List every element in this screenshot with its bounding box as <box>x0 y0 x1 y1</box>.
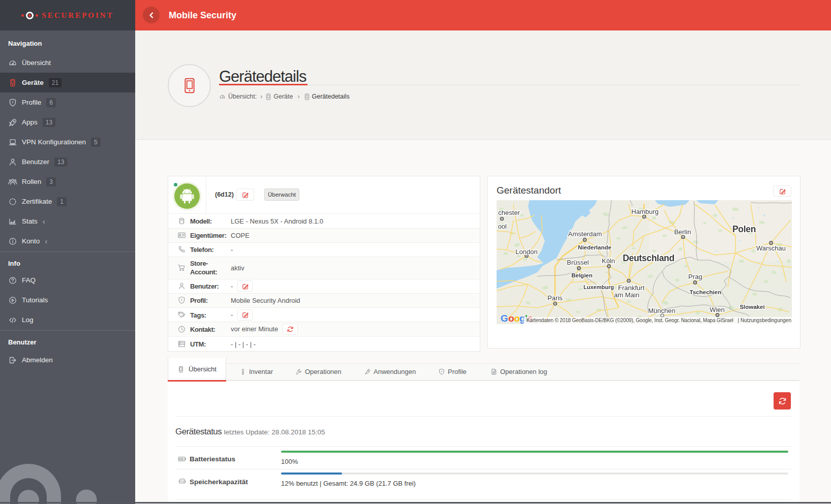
svg-text:Tschechien: Tschechien <box>690 289 721 295</box>
svg-text:Wien: Wien <box>710 306 725 313</box>
svg-text:ool: ool <box>498 223 507 230</box>
svg-text:Warschau: Warschau <box>756 244 786 252</box>
svg-text:Hamburg: Hamburg <box>631 208 658 215</box>
svg-text:Brüssel: Brüssel <box>567 259 589 266</box>
svg-text:am Main: am Main <box>614 291 639 299</box>
svg-text:Slowakei: Slowakei <box>740 304 764 310</box>
svg-text:G: G <box>501 313 508 324</box>
svg-text:München: München <box>648 307 675 314</box>
svg-text:Berlin: Berlin <box>674 228 691 236</box>
svg-text:Belgien: Belgien <box>571 272 593 278</box>
svg-text:Polen: Polen <box>732 224 756 234</box>
svg-text:Luxemburg: Luxemburg <box>583 284 614 290</box>
svg-text:chester: chester <box>498 209 520 216</box>
svg-text:Amsterdam: Amsterdam <box>568 230 602 238</box>
svg-text:Kartendaten © 2018 GeoBasis-DE: Kartendaten © 2018 GeoBasis-DE/BKG (©200… <box>527 318 733 323</box>
svg-text:Paris: Paris <box>547 294 563 302</box>
svg-text:Niederlande: Niederlande <box>578 244 611 250</box>
svg-text:Prag: Prag <box>688 273 702 280</box>
svg-text:| Nutzungsbedingungen: | Nutzungsbedingungen <box>738 318 791 323</box>
svg-text:o: o <box>514 313 520 324</box>
svg-text:Köln: Köln <box>602 257 615 265</box>
svg-text:London: London <box>515 248 537 256</box>
svg-text:Deutschland: Deutschland <box>623 253 674 263</box>
svg-text:Frankfurt: Frankfurt <box>618 284 644 292</box>
svg-text:o: o <box>508 313 514 324</box>
